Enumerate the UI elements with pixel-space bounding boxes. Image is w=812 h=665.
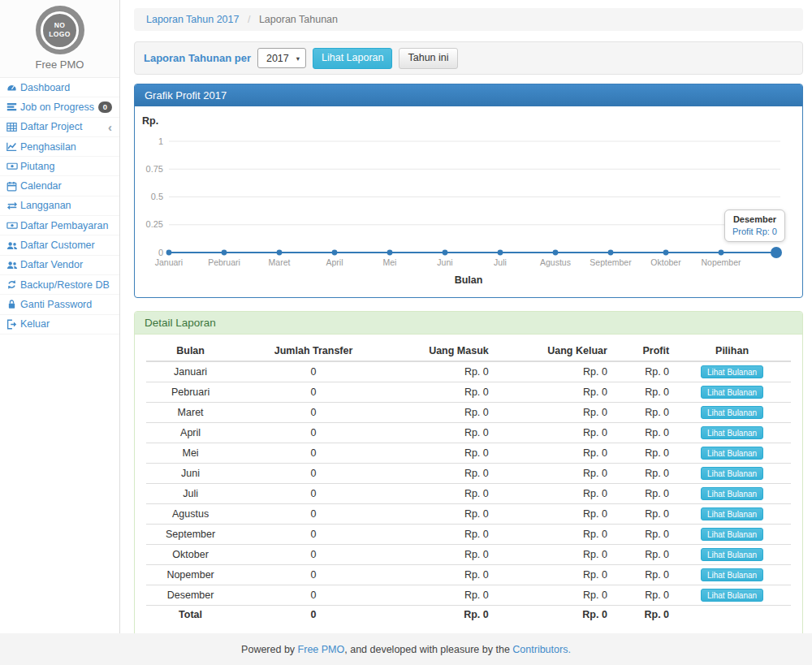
uang-keluar-cell: Rp. 0	[493, 361, 611, 382]
table-row: Nopember0Rp. 0Rp. 0Rp. 0Lihat Bulanan	[146, 565, 791, 585]
data-point[interactable]	[608, 250, 614, 256]
uang-keluar-cell: Rp. 0	[493, 443, 611, 464]
brand-name: Free PMO	[0, 58, 119, 71]
uang-masuk-cell: Rp. 0	[392, 382, 493, 403]
lihat-bulanan-button[interactable]: Lihat Bulanan	[701, 365, 763, 378]
y-tick-label: 0.25	[146, 219, 163, 229]
data-point[interactable]	[166, 250, 172, 256]
uang-masuk-cell: Rp. 0	[392, 585, 493, 606]
lihat-laporan-button[interactable]: Lihat Laporan	[313, 48, 392, 69]
profit-cell: Rp. 0	[611, 606, 673, 625]
lihat-bulanan-button[interactable]: Lihat Bulanan	[701, 487, 763, 500]
sidebar-item-label: Dashboard	[20, 82, 70, 93]
uang-masuk-cell: Rp. 0	[392, 545, 493, 565]
bulan-cell: Total	[146, 606, 235, 625]
y-tick-label: 1	[158, 136, 163, 146]
bulan-cell: Maret	[146, 403, 235, 423]
profit-cell: Rp. 0	[611, 403, 673, 423]
breadcrumb-link[interactable]: Laporan Tahun 2017	[146, 14, 239, 25]
chevron-down-icon: ▾	[296, 54, 300, 63]
sidebar-item-daftar-pembayaran[interactable]: Daftar Pembayaran	[0, 216, 119, 235]
sidebar-item-ganti-password[interactable]: Ganti Password	[0, 295, 119, 314]
calendar-icon	[6, 181, 20, 192]
sidebar-item-dashboard[interactable]: Dashboard	[0, 78, 119, 97]
sidebar-item-keluar[interactable]: Keluar	[0, 315, 119, 335]
sidebar-item-langganan[interactable]: Langganan	[0, 196, 119, 216]
data-point-highlighted[interactable]	[771, 247, 782, 258]
table-row: Juni0Rp. 0Rp. 0Rp. 0Lihat Bulanan	[146, 464, 791, 484]
uang-keluar-cell: Rp. 0	[493, 565, 611, 585]
sidebar-item-daftar-vendor[interactable]: Daftar Vendor	[0, 256, 119, 275]
data-point[interactable]	[443, 250, 448, 256]
lihat-bulanan-button[interactable]: Lihat Bulanan	[701, 426, 763, 439]
uang-keluar-cell: Rp. 0	[493, 606, 611, 625]
bulan-cell: Nopember	[146, 565, 235, 585]
action-cell: Lihat Bulanan	[673, 423, 791, 443]
data-point[interactable]	[332, 250, 338, 256]
tooltip-profit-value: Profit Rp: 0	[732, 227, 777, 236]
sidebar-item-calendar[interactable]: Calendar	[0, 176, 119, 196]
report-filter-bar: Laporan Tahunan per 2017 ▾ Lihat Laporan…	[134, 41, 803, 75]
lihat-bulanan-button[interactable]: Lihat Bulanan	[701, 548, 763, 561]
detail-panel-body: BulanJumlah TransferUang MasukUang Kelua…	[135, 335, 802, 637]
sidebar-item-label: Calendar	[20, 180, 62, 192]
data-point[interactable]	[719, 250, 724, 256]
lihat-bulanan-button[interactable]: Lihat Bulanan	[701, 386, 763, 399]
action-cell: Lihat Bulanan	[673, 464, 791, 484]
profit-cell: Rp. 0	[611, 382, 673, 403]
sidebar-item-piutang[interactable]: Piutang	[0, 157, 119, 176]
lihat-bulanan-button[interactable]: Lihat Bulanan	[701, 589, 763, 602]
data-point[interactable]	[387, 250, 393, 256]
lihat-bulanan-button[interactable]: Lihat Bulanan	[701, 406, 763, 419]
lihat-bulanan-button[interactable]: Lihat Bulanan	[701, 507, 763, 520]
users-icon	[6, 260, 20, 270]
sidebar: NO LOGO Free PMO DashboardJob on Progres…	[0, 0, 120, 633]
profit-chart-panel: Grafik Profit 2017 Rp. 00.250.50.751Janu…	[134, 84, 803, 298]
bulan-cell: April	[146, 423, 235, 443]
bulan-cell: Oktober	[146, 545, 235, 565]
profit-cell: Rp. 0	[611, 361, 673, 382]
uang-masuk-cell: Rp. 0	[392, 443, 493, 464]
app-logo: NO LOGO	[36, 6, 84, 54]
lihat-bulanan-button[interactable]: Lihat Bulanan	[701, 447, 763, 460]
sidebar-item-label: Langganan	[20, 200, 71, 211]
profit-line-chart: 00.250.50.751JanuariPebruariMaretAprilMe…	[135, 106, 802, 297]
data-point[interactable]	[663, 250, 669, 256]
table-row: Juli0Rp. 0Rp. 0Rp. 0Lihat Bulanan	[146, 484, 791, 504]
detail-panel-title: Detail Laporan	[135, 312, 802, 335]
action-cell: Lihat Bulanan	[673, 565, 791, 585]
sidebar-item-daftar-project[interactable]: Daftar Project‹	[0, 118, 119, 137]
lihat-bulanan-button[interactable]: Lihat Bulanan	[701, 528, 763, 541]
uang-masuk-cell: Rp. 0	[392, 361, 493, 382]
contributors-link[interactable]: Contributors.	[512, 644, 571, 655]
tahun-ini-button[interactable]: Tahun ini	[399, 48, 457, 69]
x-tick-label: Agustus	[540, 257, 571, 267]
uang-keluar-cell: Rp. 0	[493, 382, 611, 403]
uang-keluar-cell: Rp. 0	[493, 585, 611, 606]
y-tick-label: 0.5	[151, 192, 163, 201]
table-row: September0Rp. 0Rp. 0Rp. 0Lihat Bulanan	[146, 525, 791, 545]
count-badge: 0	[98, 101, 112, 113]
sidebar-item-backup-restore-db[interactable]: Backup/Restore DB	[0, 275, 119, 295]
table-row: Oktober0Rp. 0Rp. 0Rp. 0Lihat Bulanan	[146, 545, 791, 565]
data-point[interactable]	[277, 250, 283, 256]
table-row: Maret0Rp. 0Rp. 0Rp. 0Lihat Bulanan	[146, 403, 791, 423]
uang-masuk-cell: Rp. 0	[392, 525, 493, 545]
profit-cell: Rp. 0	[611, 585, 673, 606]
sidebar-item-label: Piutang	[20, 161, 54, 172]
table-row: Agustus0Rp. 0Rp. 0Rp. 0Lihat Bulanan	[146, 504, 791, 525]
data-point[interactable]	[498, 250, 503, 256]
data-point[interactable]	[222, 250, 227, 256]
sidebar-item-daftar-customer[interactable]: Daftar Customer	[0, 235, 119, 255]
year-select[interactable]: 2017 ▾	[257, 48, 306, 68]
sidebar-item-penghasilan[interactable]: Penghasilan	[0, 137, 119, 157]
total-row: Total0Rp. 0Rp. 0Rp. 0	[146, 606, 791, 625]
uang-masuk-cell: Rp. 0	[392, 423, 493, 443]
jumlah-transfer-cell: 0	[235, 504, 392, 525]
sidebar-item-job-on-progress[interactable]: Job on Progress0	[0, 97, 119, 117]
lihat-bulanan-button[interactable]: Lihat Bulanan	[701, 568, 763, 581]
free-pmo-link[interactable]: Free PMO	[298, 644, 345, 655]
jumlah-transfer-cell: 0	[235, 545, 392, 565]
lihat-bulanan-button[interactable]: Lihat Bulanan	[701, 467, 763, 480]
data-point[interactable]	[553, 250, 559, 256]
